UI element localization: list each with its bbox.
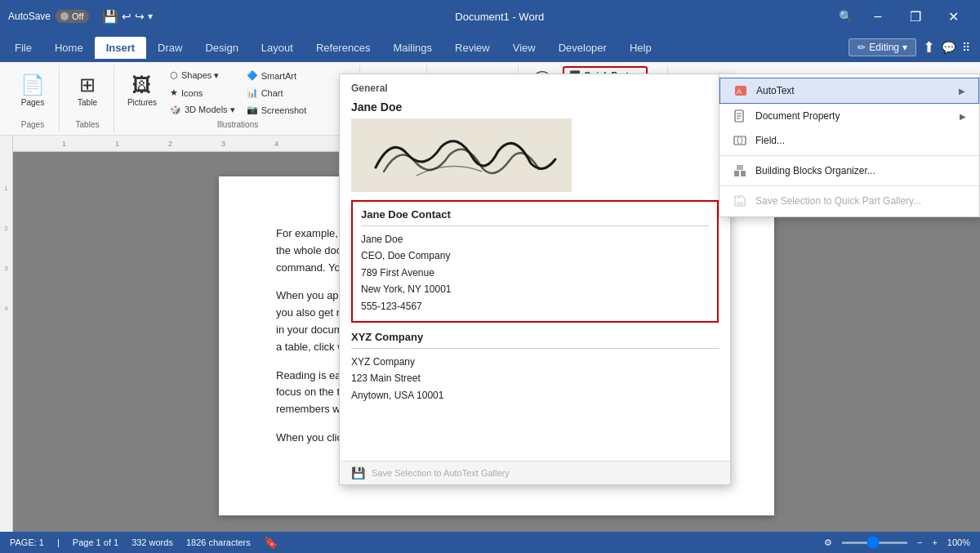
status-separator-1: | <box>57 537 60 547</box>
zoom-minus-icon[interactable]: − <box>917 537 922 547</box>
ctx-field[interactable]: {} Field... <box>719 128 979 153</box>
shapes-btn[interactable]: ⬡ Shapes ▾ <box>165 68 240 83</box>
close-btn[interactable]: ✕ <box>934 3 972 29</box>
table-label: Table <box>78 98 97 107</box>
ribbon-group-illustrations: 🖼 Pictures ⬡ Shapes ▾ ★ Icons 🎲 3D Model… <box>116 65 360 132</box>
signature-svg <box>351 118 572 192</box>
3dmodels-label: 3D Models ▾ <box>185 105 235 115</box>
icons-icon: ★ <box>170 87 178 98</box>
restore-btn[interactable]: ❒ <box>897 3 934 29</box>
context-menu: A AutoText ▶ Document Property ▶ {} Fiel… <box>719 74 980 217</box>
autotext-dropdown: General Jane Doe Jane Doe Contact Jane D… <box>339 74 731 485</box>
autosave-label: AutoSave <box>8 11 51 22</box>
contact-card-title: Jane Doe Contact <box>361 208 709 221</box>
pages-icon: 📄 <box>20 74 45 96</box>
undo-btn[interactable]: ↩ <box>122 10 131 23</box>
contact-city: New York, NY 10001 <box>361 281 709 297</box>
chart-btn[interactable]: 📊 Chart <box>242 85 312 100</box>
autotext-arrow-icon: ▶ <box>959 87 965 96</box>
svg-rect-12 <box>737 202 743 205</box>
tab-insert[interactable]: Insert <box>95 37 146 59</box>
xyz-info: XYZ Company 123 Main Street Anytown, USA… <box>351 348 719 404</box>
more-btn[interactable]: ⠿ <box>962 41 970 54</box>
icons-btn[interactable]: ★ Icons <box>165 85 240 100</box>
title-bar: AutoSave Off 💾 ↩ ↪ ▾ Document1 - Word 🔍 … <box>0 0 980 33</box>
screenshot-icon: 📷 <box>247 105 258 115</box>
table-btn[interactable]: ⊞ Table <box>68 69 107 113</box>
zoom-plus-icon[interactable]: + <box>932 537 937 547</box>
tab-home[interactable]: Home <box>43 37 95 59</box>
ctx-save-selection: Save Selection to Quick Part Gallery... <box>719 189 979 213</box>
pictures-icon: 🖼 <box>132 74 152 96</box>
tab-help[interactable]: Help <box>618 37 663 59</box>
xyz-title: XYZ Company <box>351 331 719 343</box>
shapes-label: Shapes ▾ <box>181 70 219 81</box>
svg-rect-9 <box>734 171 739 176</box>
table-icon: ⊞ <box>79 74 96 96</box>
share-btn[interactable]: ⬆ <box>923 38 935 56</box>
3dmodels-btn[interactable]: 🎲 3D Models ▾ <box>165 102 240 118</box>
doc-title: Document1 - Word <box>161 11 839 23</box>
customize-btn[interactable]: ▾ <box>148 11 153 22</box>
status-settings-icon[interactable]: ⚙ <box>824 537 832 548</box>
autosave-toggle[interactable]: Off <box>56 10 88 23</box>
ribbon-group-tables: ⊞ Table Tables <box>61 65 114 132</box>
zoom-slider[interactable] <box>842 542 907 544</box>
contact-address: 789 First Avenue <box>361 265 709 281</box>
tab-layout[interactable]: Layout <box>250 37 305 59</box>
panel-footer: 💾 Save Selection to AutoText Gallery <box>340 461 730 484</box>
illustrations-group-label: Illustrations <box>121 120 354 129</box>
bookmark-icon[interactable]: 🔖 <box>264 536 278 549</box>
xyz-name: XYZ Company <box>351 354 719 370</box>
xyz-section: XYZ Company XYZ Company 123 Main Street … <box>340 331 730 461</box>
zoom-level: 100% <box>947 537 970 547</box>
ruler-left: 1 2 3 4 <box>0 136 13 532</box>
ctx-autotext[interactable]: A AutoText ▶ <box>719 78 979 104</box>
save-selection-icon <box>733 194 747 208</box>
editing-chevron-icon: ▾ <box>902 42 907 53</box>
doc-property-arrow-icon: ▶ <box>960 112 966 121</box>
minimize-btn[interactable]: – <box>859 3 897 29</box>
contact-title: CEO, Doe Company <box>361 248 709 264</box>
pages-btn[interactable]: 📄 Pages <box>13 69 52 113</box>
ctx-field-label: Field... <box>755 135 785 146</box>
comment-btn[interactable]: 💬 <box>942 41 956 54</box>
svg-text:A: A <box>737 87 742 96</box>
tab-bar: File Home Insert Draw Design Layout Refe… <box>0 33 980 62</box>
tab-references[interactable]: References <box>305 37 381 59</box>
xyz-address: 123 Main Street <box>351 370 719 386</box>
tab-mailings[interactable]: Mailings <box>381 37 443 59</box>
jane-doe-contact-card[interactable]: Jane Doe Contact Jane Doe CEO, Doe Compa… <box>351 200 719 323</box>
ctx-doc-property[interactable]: Document Property ▶ <box>719 104 979 128</box>
svg-text:{}: {} <box>736 137 744 145</box>
tab-developer[interactable]: Developer <box>547 37 618 59</box>
chart-label: Chart <box>261 88 283 98</box>
pictures-label: Pictures <box>127 98 157 107</box>
tab-review[interactable]: Review <box>443 37 501 59</box>
svg-rect-10 <box>741 171 746 176</box>
screenshot-label: Screenshot <box>261 105 307 115</box>
save-icon[interactable]: 💾 <box>102 9 118 25</box>
xyz-city: Anytown, USA 10001 <box>351 387 719 404</box>
ctx-doc-property-label: Document Property <box>755 110 840 122</box>
tab-file[interactable]: File <box>3 37 43 59</box>
tab-design[interactable]: Design <box>194 37 249 59</box>
jane-doe-name: Jane Doe <box>351 100 719 114</box>
status-words: 332 words <box>131 537 173 547</box>
footer-save-label[interactable]: Save Selection to AutoText Gallery <box>372 468 510 478</box>
contact-name: Jane Doe <box>361 231 709 248</box>
tables-group-label: Tables <box>76 120 100 129</box>
field-icon: {} <box>733 133 747 148</box>
ctx-building-blocks-label: Building Blocks Organizer... <box>755 165 875 176</box>
autosave-area: AutoSave Off <box>8 10 89 23</box>
screenshot-btn[interactable]: 📷 Screenshot <box>242 102 312 118</box>
search-icon[interactable]: 🔍 <box>839 10 853 23</box>
tab-draw[interactable]: Draw <box>146 37 194 59</box>
smartart-btn[interactable]: 🔷 SmartArt <box>242 68 312 83</box>
redo-btn[interactable]: ↪ <box>135 10 145 23</box>
pictures-btn[interactable]: 🖼 Pictures <box>121 69 163 113</box>
status-right: ⚙ − + 100% <box>824 537 970 548</box>
ctx-building-blocks[interactable]: Building Blocks Organizer... <box>719 158 979 183</box>
editing-button[interactable]: ✏ Editing ▾ <box>849 38 916 56</box>
tab-view[interactable]: View <box>501 37 547 59</box>
